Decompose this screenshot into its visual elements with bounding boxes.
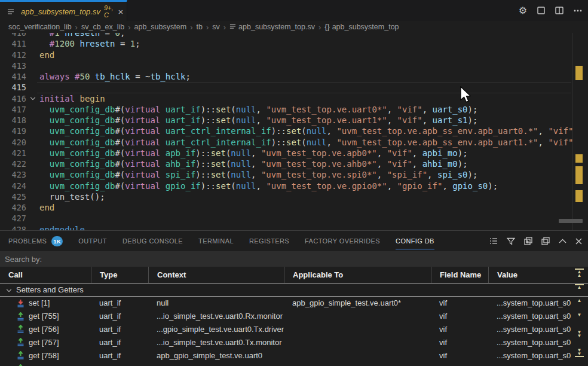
line-number[interactable]: 412 [0,50,26,60]
line-number[interactable]: 420 [0,137,26,148]
code-text [39,213,588,224]
table-row[interactable]: get [756]uart_if...gpio_simple_test.ve.u… [0,323,588,336]
column-header-context[interactable]: Context [148,267,284,283]
table-row[interactable] [0,362,588,366]
list-icon[interactable] [489,237,498,245]
fold-chevron-icon[interactable] [26,93,39,104]
cell-call: get [755] [0,310,91,323]
scroll-down-icon[interactable]: ▼ [575,313,584,318]
fold-spacer [26,148,39,158]
table-row[interactable]: get [757]uart_if...io_simple_test.ve.uar… [0,336,588,349]
fold-spacer [26,169,39,180]
code-editor[interactable]: 410 #1 hresetn = 0;411 #1200 hresetn = 1… [0,33,588,230]
file-icon [229,23,236,29]
line-number[interactable]: 425 [0,191,26,202]
cell-applicable-to [284,323,431,336]
line-number[interactable]: 422 [0,158,26,169]
breadcrumb-item[interactable]: tb [196,23,202,31]
table-row[interactable]: get [755]uart_if...io_simple_test.ve.uar… [0,310,588,323]
breadcrumb-item[interactable]: {}apb_subsystem_top [324,23,399,31]
cell-value: ...system_top.uart_s0 [488,297,588,310]
table-header-row: CallTypeContextApplicable ToField NameVa… [0,267,588,283]
line-number[interactable]: 418 [0,115,26,126]
more-actions-icon[interactable] [574,10,582,12]
bottom-panel: PROBLEMS1KOUTPUTDEBUG CONSOLETERMINALREG… [0,230,588,366]
modified-line-marker [575,66,583,80]
horizontal-scrollbar[interactable] [559,219,583,223]
cell-call: get [756] [0,323,91,336]
table-group-setters-getters[interactable]: Setters and Getters [0,283,588,297]
line-number[interactable]: 421 [0,148,26,158]
line-number[interactable]: 413 [0,60,26,71]
cell-context: null [148,297,284,310]
scroll-to-top-icon[interactable]: ▲ ▲ [575,269,584,277]
get-icon [17,325,24,333]
new-window-icon[interactable] [524,237,532,245]
scroll-up-icon[interactable]: ▲ [575,298,584,303]
line-number[interactable]: 414 [0,71,26,82]
problems-count-badge: 1K [51,236,63,246]
cell-value: ...system_top.uart_s0 [488,349,588,362]
breadcrumb-separator: › [318,23,321,32]
line-number[interactable]: 426 [0,202,26,213]
column-header-value[interactable]: Value [488,267,588,283]
collapse-panel-icon[interactable] [559,239,566,243]
filter-icon[interactable] [507,237,515,245]
panel-tab-factory-overrides[interactable]: FACTORY OVERRIDES [305,231,380,251]
cell-value [488,362,588,366]
breadcrumb-item[interactable]: sv_cb_ex_lib [81,23,124,31]
code-text: uvm_config_db#(virtual uart_if)::set(nul… [39,115,588,126]
layout-icon[interactable] [537,7,545,14]
table-row[interactable]: get [758]uart_ifapb_gpio_simple_test.ve.… [0,349,588,362]
line-number[interactable]: 428 [0,224,26,231]
code-text: uvm_config_db#(virtual gpio_if)::set(nul… [39,181,588,191]
cell-value: ...system_top.uart_s0 [488,323,588,336]
code-line: 410 #1 hresetn = 0; [0,33,588,38]
breadcrumb-item[interactable]: sv [212,23,220,31]
tab-apb-subsystem-top[interactable]: apb_subsystem_top.sv 9+, C × [0,0,127,21]
breadcrumb-item[interactable]: apb_subsystem [134,23,187,31]
panel-tab-problems[interactable]: PROBLEMS1K [8,231,63,251]
scroll-to-bottom-icon[interactable]: ▼ ▼ [575,348,584,357]
panel-tab-config-db[interactable]: CONFIG DB [396,231,434,251]
panel-tab-output[interactable]: OUTPUT [78,231,107,251]
line-number[interactable]: 416 [0,93,26,104]
line-number[interactable]: 427 [0,213,26,224]
overview-ruler[interactable] [572,33,588,230]
panel-tab-debug-console[interactable]: DEBUG CONSOLE [122,231,183,251]
cell-call [0,362,91,366]
code-text [39,82,588,93]
scroll-page-down-icon[interactable]: ▼ ▼ [575,330,584,338]
line-gutter: 413 [0,60,39,71]
code-line: 420 uvm_config_db#(virtual uart_ctrl_int… [0,137,588,148]
code-line: 427 [0,213,588,224]
search-input[interactable]: Search by: [0,251,588,267]
line-number[interactable]: 417 [0,104,26,115]
line-number[interactable]: 423 [0,169,26,180]
panel-tab-terminal[interactable]: TERMINAL [198,231,234,251]
column-header-applicable-to[interactable]: Applicable To [284,267,431,283]
panel-actions [489,231,582,251]
panel-tab-registers[interactable]: REGISTERS [249,231,289,251]
line-gutter: 410 [0,33,39,38]
code-text: run_test(); [39,191,588,202]
tab-title: apb_subsystem_top.sv [21,7,100,16]
line-number[interactable]: 411 [0,38,26,49]
table-row[interactable]: set [1]uart_ifnullapb_gpio_simple_test.v… [0,297,588,310]
breadcrumb-item[interactable]: soc_verification_lib [8,23,72,31]
scroll-page-up-icon[interactable]: ▲ [575,284,584,290]
line-number[interactable]: 415 [0,82,26,93]
column-header-field-name[interactable]: Field Name [431,267,488,283]
column-header-type[interactable]: Type [91,267,148,283]
column-header-call[interactable]: Call [0,267,91,283]
close-panel-icon[interactable] [575,238,582,245]
line-number[interactable]: 424 [0,181,26,191]
line-number[interactable]: 410 [0,33,26,38]
copy-icon[interactable] [541,237,550,245]
breadcrumb-item[interactable]: apb_subsystem_top.sv [229,23,315,31]
gear-icon[interactable]: ⚙ [519,5,527,16]
code-text: endmodule [39,224,588,231]
split-editor-icon[interactable] [555,7,564,14]
close-tab-icon[interactable]: × [118,7,124,16]
line-number[interactable]: 419 [0,126,26,136]
